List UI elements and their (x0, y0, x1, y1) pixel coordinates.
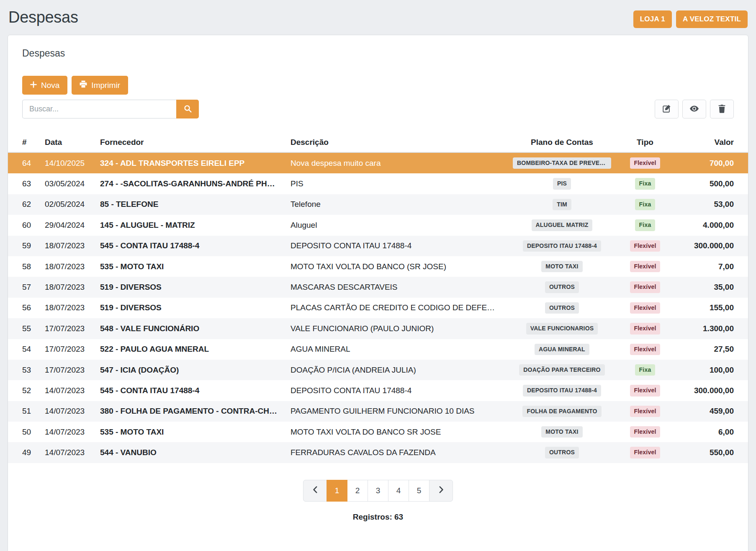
nova-button[interactable]: Nova (22, 76, 67, 95)
cell-date: 18/07/2023 (41, 256, 96, 277)
cell-date: 17/07/2023 (41, 339, 96, 360)
nova-button-label: Nova (41, 81, 59, 90)
cell-supplier: 519 - DIVERSOS (96, 298, 286, 318)
page-button-1[interactable]: 1 (327, 480, 347, 502)
type-badge: Fixa (635, 219, 656, 231)
cell-id: 55 (8, 318, 41, 339)
despesas-card: Despesas Nova Imprimir (8, 35, 748, 551)
cell-value: 300.000,00 (675, 236, 748, 256)
page-button-4[interactable]: 4 (388, 480, 409, 502)
cell-type: Flexível (615, 298, 675, 318)
page-button-3[interactable]: 3 (368, 480, 388, 502)
cell-description: DEPOSITO CONTA ITAU 17488-4 (286, 380, 509, 401)
table-row[interactable]: 57 18/07/2023 519 - DIVERSOS MASCARAS DE… (8, 277, 748, 297)
cell-supplier: 547 - ICIA (DOAÇÃO) (96, 360, 286, 380)
table-row[interactable]: 55 17/07/2023 548 - VALE FUNCIONÁRIO VAL… (8, 318, 748, 339)
table-row[interactable]: 52 14/07/2023 545 - CONTA ITAU 17488-4 D… (8, 380, 748, 401)
cell-type: Flexível (615, 380, 675, 401)
column-header-data: Data (41, 134, 96, 152)
cell-supplier: 145 - ALUGUEL - MATRIZ (96, 215, 286, 235)
cell-type: Flexível (615, 339, 675, 360)
cell-id: 53 (8, 360, 41, 380)
cell-plan: PIS (509, 173, 615, 194)
plan-badge: OUTROS (545, 302, 579, 314)
cell-supplier: 545 - CONTA ITAU 17488-4 (96, 236, 286, 256)
cell-supplier: 274 - -SACOLITAS-GARANHUNS-ANDRÉ PH… (96, 173, 286, 194)
cell-plan: DEPOSITO ITAU 17488-4 (509, 236, 615, 256)
company-button[interactable]: A VELOZ TEXTIL (676, 10, 748, 28)
pagination-next-button[interactable] (429, 480, 453, 502)
cell-supplier: 548 - VALE FUNCIONÁRIO (96, 318, 286, 339)
cell-description: Aluguel (286, 215, 509, 235)
table-row[interactable]: 49 14/07/2023 544 - VANUBIO FERRADURAS C… (8, 442, 748, 463)
column-header-id: # (8, 134, 41, 152)
cell-id: 52 (8, 380, 41, 401)
cell-value: 100,00 (675, 360, 748, 380)
type-badge: Flexível (630, 344, 661, 355)
action-icons (655, 100, 734, 118)
search-group (22, 100, 199, 118)
delete-button[interactable] (710, 100, 734, 118)
cell-value: 53,00 (675, 194, 748, 215)
cell-type: Fixa (615, 215, 675, 235)
table-row[interactable]: 58 18/07/2023 535 - MOTO TAXI MOTO TAXI … (8, 256, 748, 277)
cell-value: 7,00 (675, 256, 748, 277)
table-row[interactable]: 50 14/07/2023 535 - MOTO TAXI MOTO TAXI … (8, 422, 748, 442)
edit-icon (662, 104, 671, 114)
imprimir-button[interactable]: Imprimir (72, 76, 128, 95)
cell-plan: OUTROS (509, 442, 615, 463)
plus-icon (30, 81, 37, 90)
cell-supplier: 85 - TELEFONE (96, 194, 286, 215)
cell-date: 14/07/2023 (41, 442, 96, 463)
table-row[interactable]: 53 17/07/2023 547 - ICIA (DOAÇÃO) DOAÇÃO… (8, 360, 748, 380)
cell-description: VALE FUNCIONARIO (PAULO JUNIOR) (286, 318, 509, 339)
table-row[interactable]: 56 18/07/2023 519 - DIVERSOS PLACAS CART… (8, 298, 748, 318)
plan-badge: OUTROS (545, 281, 579, 293)
cell-id: 62 (8, 194, 41, 215)
plan-badge: FOLHA DE PAGAMENTO (522, 406, 601, 417)
type-badge: Flexível (630, 261, 661, 272)
table-row[interactable]: 60 29/04/2024 145 - ALUGUEL - MATRIZ Alu… (8, 215, 748, 235)
pagination-prev-button[interactable] (303, 480, 327, 502)
trash-icon (718, 104, 726, 114)
cell-id: 56 (8, 298, 41, 318)
table-row[interactable]: 64 14/10/2025 324 - ADL TRANSPORTES EIRE… (8, 152, 748, 173)
cell-supplier: 380 - FOLHA DE PAGAMENTO - CONTRA-CH… (96, 401, 286, 422)
table-row[interactable]: 62 02/05/2024 85 - TELEFONE Telefone TIM… (8, 194, 748, 215)
plan-badge: MOTO TAXI (541, 261, 582, 272)
printer-icon (80, 80, 87, 90)
cell-description: FERRADURAS CAVALOS DA FAZENDA (286, 442, 509, 463)
cell-plan: DEPOSITO ITAU 17488-4 (509, 380, 615, 401)
view-button[interactable] (682, 100, 706, 118)
table-body: 64 14/10/2025 324 - ADL TRANSPORTES EIRE… (8, 152, 748, 463)
cell-type: Flexível (615, 152, 675, 173)
search-button[interactable] (176, 100, 199, 118)
page-button-2[interactable]: 2 (347, 480, 368, 502)
cell-date: 14/07/2023 (41, 401, 96, 422)
cell-type: Flexível (615, 236, 675, 256)
table-row[interactable]: 54 17/07/2023 522 - PAULO AGUA MNERAL AG… (8, 339, 748, 360)
cell-id: 59 (8, 236, 41, 256)
page-button-5[interactable]: 5 (409, 480, 429, 502)
cell-supplier: 324 - ADL TRANSPORTES EIRELI EPP (96, 152, 286, 173)
search-input[interactable] (22, 100, 176, 118)
cell-type: Flexível (615, 422, 675, 442)
table-header-row: # Data Fornecedor Descrição Plano de Con… (8, 134, 748, 152)
type-badge: Fixa (635, 178, 656, 189)
cell-plan: MOTO TAXI (509, 422, 615, 442)
column-header-tipo: Tipo (615, 134, 675, 152)
cell-type: Fixa (615, 173, 675, 194)
table-row[interactable]: 63 03/05/2024 274 - -SACOLITAS-GARANHUNS… (8, 173, 748, 194)
edit-button[interactable] (655, 100, 679, 118)
cell-id: 60 (8, 215, 41, 235)
cell-value: 27,50 (675, 339, 748, 360)
type-badge: Flexível (630, 447, 661, 458)
table-row[interactable]: 59 18/07/2023 545 - CONTA ITAU 17488-4 D… (8, 236, 748, 256)
type-badge: Fixa (635, 364, 656, 376)
cell-type: Flexível (615, 277, 675, 297)
loja-button[interactable]: LOJA 1 (633, 10, 672, 28)
type-badge: Flexível (630, 385, 661, 396)
cell-date: 02/05/2024 (41, 194, 96, 215)
cell-date: 03/05/2024 (41, 173, 96, 194)
table-row[interactable]: 51 14/07/2023 380 - FOLHA DE PAGAMENTO -… (8, 401, 748, 422)
